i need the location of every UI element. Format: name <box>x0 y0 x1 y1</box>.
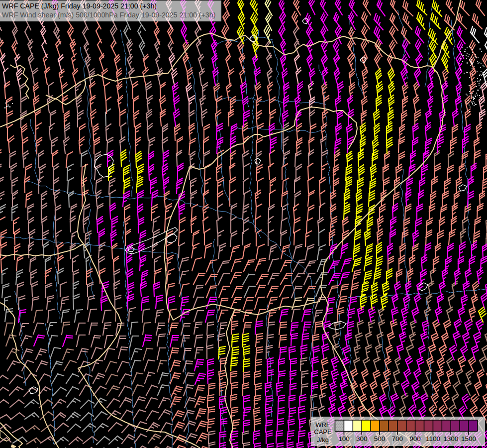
svg-text:J/kg: J/kg <box>317 436 329 444</box>
svg-text:CAPE: CAPE <box>314 428 332 436</box>
svg-text:1100: 1100 <box>426 435 440 443</box>
svg-text:500: 500 <box>374 435 386 443</box>
svg-text:900: 900 <box>409 435 421 443</box>
svg-text:1300: 1300 <box>443 435 458 443</box>
svg-text:300: 300 <box>356 435 368 443</box>
svg-text:WRF Wind shear (m/s) 500/1000h: WRF Wind shear (m/s) 500/1000hPa Friday … <box>2 11 215 19</box>
svg-text:700: 700 <box>392 435 403 443</box>
svg-text:1500: 1500 <box>461 435 476 443</box>
svg-text:WRF CAPE (J/kg) Friday 19-09-2: WRF CAPE (J/kg) Friday 19-09-2025 21:00 … <box>2 2 157 10</box>
svg-text:100: 100 <box>338 435 350 443</box>
svg-text:WRF: WRF <box>315 421 330 429</box>
